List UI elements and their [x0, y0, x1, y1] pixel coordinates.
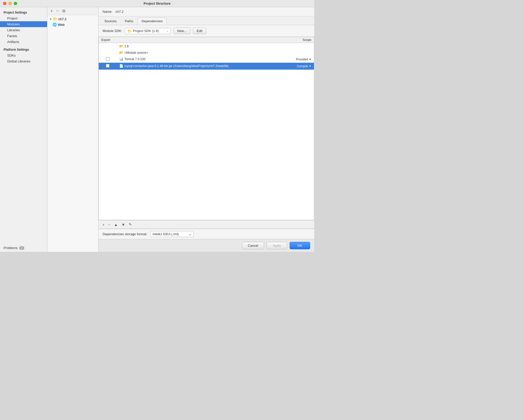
- tree-item-ch72[interactable]: ▼ 📁 ch7.2: [47, 16, 98, 22]
- dep-label: mysql-connector-java-5.1.48-bin.jar (/Us…: [124, 64, 229, 68]
- sdk-new-button[interactable]: New...: [173, 28, 190, 34]
- sidebar-item-artifacts[interactable]: Artifacts: [0, 39, 47, 45]
- table-row[interactable]: 📂<Module source>: [99, 49, 314, 56]
- ok-button[interactable]: OK: [290, 242, 310, 249]
- module-tree-panel: + − ⧉ ▼ 📁 ch7.2 🌐 Web: [47, 7, 99, 252]
- tree-item-label-web: Web: [58, 23, 65, 27]
- export-column-header: Export: [99, 37, 117, 43]
- folder-icon: 📁: [53, 17, 57, 21]
- scope-chevron-down-icon: ▼: [309, 65, 311, 68]
- sdk-label: Module SDK:: [103, 29, 122, 33]
- title-bar: Project Structure: [0, 0, 314, 7]
- bottom-bar: Cancel Apply OK: [99, 239, 314, 252]
- table-row[interactable]: 📄mysql-connector-java-5.1.48-bin.jar (/U…: [99, 63, 314, 70]
- name-label: Name:: [103, 10, 112, 14]
- cancel-button[interactable]: Cancel: [242, 242, 264, 249]
- apply-button[interactable]: Apply: [267, 242, 287, 249]
- scope-dropdown[interactable]: Compile▼: [297, 64, 311, 68]
- platform-settings-section: Platform Settings: [0, 45, 47, 52]
- tree-content: ▼ 📁 ch7.2 🌐 Web: [47, 15, 98, 252]
- table-row[interactable]: 📂1.8: [99, 43, 314, 50]
- sdk-dropdown-text: Project SDK (1.8): [133, 29, 165, 33]
- sidebar-item-sdks[interactable]: SDKs: [0, 52, 47, 58]
- window-title: Project Structure: [144, 2, 170, 5]
- sdk-row: Module SDK: 📁 Project SDK (1.8) ⌄ New...…: [99, 25, 314, 37]
- sdk-chevron-down-icon: ⌄: [167, 29, 169, 32]
- sidebar-item-global-libraries[interactable]: Global Libraries: [0, 58, 47, 64]
- dep-add-button[interactable]: +: [101, 222, 106, 228]
- dep-move-down-button[interactable]: ▼: [120, 222, 126, 228]
- dep-export-checkbox[interactable]: [106, 64, 110, 68]
- minimize-button[interactable]: [8, 2, 12, 5]
- name-column-header: [117, 37, 283, 43]
- module-name-value: ch7.2: [115, 10, 310, 14]
- dep-icon: 📂: [119, 44, 123, 48]
- sdk-dropdown[interactable]: 📁 Project SDK (1.8) ⌄: [125, 28, 171, 34]
- window-controls[interactable]: [3, 2, 17, 5]
- tab-dependencies[interactable]: Dependencies: [138, 17, 167, 25]
- dep-label: 1.8: [124, 45, 129, 48]
- tree-item-label-ch72: ch7.2: [58, 17, 67, 21]
- sidebar: Project Settings Project Modules Librari…: [0, 7, 47, 252]
- tree-remove-button[interactable]: −: [55, 8, 60, 14]
- problems-badge: 2: [19, 246, 24, 250]
- dep-move-up-button[interactable]: ▲: [113, 222, 119, 228]
- main-panel: Name: ch7.2 Sources Paths Dependencies M…: [99, 7, 314, 252]
- close-button[interactable]: [3, 2, 6, 5]
- sidebar-item-libraries[interactable]: Libraries: [0, 27, 47, 33]
- sdk-folder-icon: 📁: [127, 29, 132, 33]
- sidebar-item-facets[interactable]: Facets: [0, 33, 47, 39]
- project-settings-section: Project Settings: [0, 9, 47, 15]
- problems-label: Problems: [4, 246, 18, 250]
- dep-export-checkbox[interactable]: [106, 57, 110, 61]
- sidebar-item-modules[interactable]: Modules: [0, 21, 47, 27]
- sidebar-item-project[interactable]: Project: [0, 15, 47, 21]
- dep-remove-button[interactable]: −: [107, 222, 112, 228]
- storage-format-value: IntelliJ IDEA (.iml): [152, 232, 187, 236]
- sidebar-problems[interactable]: Problems 2: [0, 244, 47, 252]
- scope-value: Provided: [296, 58, 308, 61]
- tabs-bar: Sources Paths Dependencies: [99, 16, 314, 25]
- tree-arrow-icon: ▼: [49, 18, 52, 20]
- web-icon: 🌐: [52, 23, 57, 27]
- scope-column-header: Scope: [283, 37, 314, 43]
- dep-icon: 📂: [119, 51, 123, 55]
- dependencies-table-container: Export Scope 📂1.8📂<Module source>📊Tomcat…: [99, 37, 314, 220]
- tab-sources[interactable]: Sources: [101, 17, 121, 25]
- maximize-button[interactable]: [14, 2, 17, 5]
- dep-icon: 📄: [119, 64, 123, 68]
- main-container: Project Settings Project Modules Librari…: [0, 7, 314, 252]
- name-row: Name: ch7.2: [99, 7, 314, 16]
- dep-icon: 📊: [119, 57, 123, 61]
- scope-chevron-down-icon: ▼: [309, 58, 311, 61]
- storage-format-dropdown[interactable]: IntelliJ IDEA (.iml) ⌄: [150, 231, 194, 237]
- tree-toolbar: + − ⧉: [47, 7, 98, 15]
- tree-item-web[interactable]: 🌐 Web: [47, 22, 98, 27]
- tree-copy-button[interactable]: ⧉: [61, 8, 66, 14]
- tab-paths[interactable]: Paths: [121, 17, 137, 25]
- scope-value: Compile: [297, 64, 308, 68]
- table-toolbar: + − ▲ ▼ ✎: [99, 220, 314, 229]
- dependencies-table: Export Scope 📂1.8📂<Module source>📊Tomcat…: [99, 37, 314, 70]
- dep-edit-button[interactable]: ✎: [127, 221, 133, 228]
- scope-dropdown[interactable]: Provided▼: [296, 58, 311, 61]
- dep-label: <Module source>: [124, 51, 148, 55]
- table-row[interactable]: 📊Tomcat 7.0.100Provided▼: [99, 56, 314, 63]
- storage-format-label: Dependencies storage format:: [103, 232, 147, 236]
- storage-chevron-down-icon: ⌄: [189, 232, 191, 236]
- storage-row: Dependencies storage format: IntelliJ ID…: [99, 229, 314, 239]
- sdk-edit-button[interactable]: Edit: [193, 28, 206, 34]
- dep-label: Tomcat 7.0.100: [124, 57, 145, 61]
- tree-add-button[interactable]: +: [49, 8, 54, 14]
